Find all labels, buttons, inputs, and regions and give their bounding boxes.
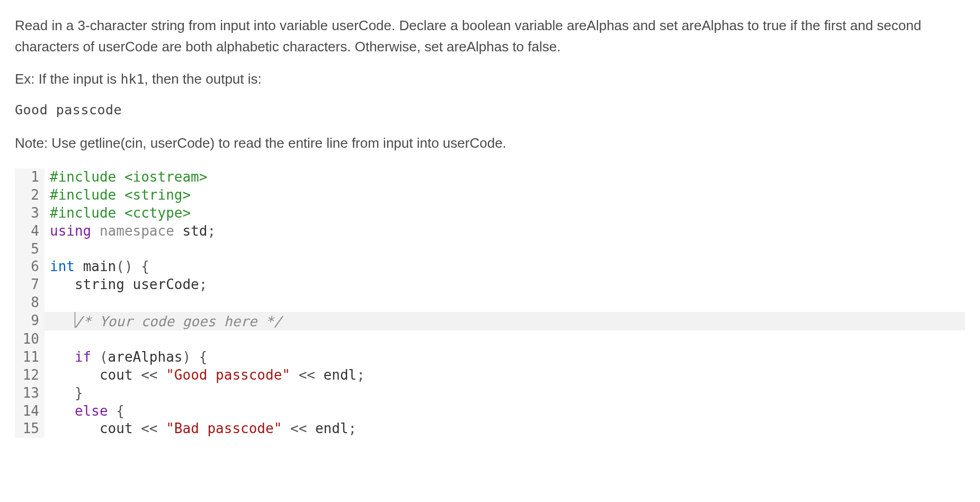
- instructions-note: Note: Use getline(cin, userCode) to read…: [15, 132, 965, 154]
- code-token: [50, 420, 100, 436]
- code-token: }: [75, 385, 83, 401]
- line-number: 6: [15, 258, 44, 276]
- code-text[interactable]: cout << "Bad passcode" << endl;: [44, 420, 965, 438]
- code-token: endl: [324, 367, 357, 383]
- code-token: cout: [100, 367, 133, 383]
- code-token: #include: [50, 205, 124, 221]
- code-token: [50, 403, 75, 419]
- code-token: ;: [199, 276, 208, 292]
- instructions-para1: Read in a 3-character string from input …: [15, 15, 965, 58]
- code-token: <iostream>: [124, 169, 208, 185]
- code-token: ;: [207, 223, 216, 239]
- code-token: [50, 349, 75, 365]
- code-text[interactable]: string userCode;: [44, 276, 965, 294]
- code-token: main: [83, 258, 117, 274]
- code-editor[interactable]: 1#include <iostream>2#include <string>3#…: [15, 168, 965, 438]
- code-token: <<: [282, 420, 315, 436]
- line-number: 7: [15, 276, 44, 294]
- code-token: namespace: [100, 223, 183, 239]
- code-token: <<: [133, 420, 166, 436]
- code-token: () {: [116, 258, 149, 274]
- code-token: using: [50, 223, 100, 239]
- code-text[interactable]: else {: [44, 402, 965, 420]
- code-token: [50, 276, 75, 292]
- code-token: [50, 313, 75, 329]
- code-token: <<: [290, 367, 324, 383]
- code-text[interactable]: cout << "Good passcode" << endl;: [44, 366, 965, 384]
- code-line[interactable]: 3#include <cctype>: [15, 204, 965, 222]
- code-token: <<: [133, 367, 166, 383]
- line-number: 10: [15, 330, 44, 348]
- code-text[interactable]: }: [44, 384, 965, 402]
- code-token: endl: [315, 420, 349, 436]
- example-suffix: , then the output is:: [145, 71, 262, 87]
- code-token: ) {: [182, 349, 207, 365]
- code-line[interactable]: 4using namespace std;: [15, 222, 965, 240]
- code-text[interactable]: if (areAlphas) {: [44, 348, 965, 366]
- code-line[interactable]: 2#include <string>: [15, 186, 965, 204]
- code-text[interactable]: /* Your code goes here */: [44, 312, 965, 331]
- line-number: 13: [15, 384, 44, 402]
- code-token: ;: [349, 420, 357, 436]
- line-number: 14: [15, 402, 44, 420]
- code-token: "Bad passcode": [166, 420, 282, 436]
- code-line[interactable]: 1#include <iostream>: [15, 168, 965, 186]
- code-text[interactable]: [44, 330, 965, 348]
- line-number: 4: [15, 222, 44, 240]
- line-number: 1: [15, 168, 44, 186]
- code-text[interactable]: [44, 294, 965, 312]
- line-number: 11: [15, 348, 44, 366]
- code-token: <cctype>: [124, 205, 191, 221]
- code-text[interactable]: using namespace std;: [44, 222, 965, 240]
- problem-instructions: Read in a 3-character string from input …: [15, 15, 965, 154]
- expected-output: Good passcode: [15, 100, 965, 121]
- line-number: 2: [15, 186, 44, 204]
- code-token: #include: [50, 187, 124, 203]
- code-token: #include: [50, 169, 124, 185]
- code-token: /* Your code goes here */: [75, 313, 282, 329]
- code-line[interactable]: 7 string userCode;: [15, 276, 965, 294]
- code-line[interactable]: 13 }: [15, 384, 965, 402]
- code-line[interactable]: 5: [15, 240, 965, 258]
- line-number: 3: [15, 204, 44, 222]
- code-token: if: [75, 349, 100, 365]
- code-token: "Good passcode": [166, 367, 290, 383]
- code-text[interactable]: int main() {: [44, 258, 965, 276]
- code-token: (: [100, 349, 108, 365]
- line-number: 8: [15, 294, 44, 312]
- code-token: [50, 385, 75, 401]
- line-number: 5: [15, 240, 44, 258]
- code-token: ;: [357, 367, 365, 383]
- code-token: cout: [100, 420, 133, 436]
- code-token: <string>: [124, 187, 191, 203]
- line-number: 12: [15, 366, 44, 384]
- code-token: else: [75, 403, 116, 419]
- code-token: int: [50, 258, 83, 274]
- code-token: [50, 367, 100, 383]
- code-line[interactable]: 9 /* Your code goes here */: [15, 312, 965, 331]
- code-line[interactable]: 10: [15, 330, 965, 348]
- instructions-example: Ex: If the input is hk1, then the output…: [15, 68, 965, 90]
- code-line[interactable]: 8: [15, 294, 965, 312]
- code-editor-body[interactable]: 1#include <iostream>2#include <string>3#…: [15, 168, 965, 438]
- code-text[interactable]: #include <string>: [44, 186, 965, 204]
- code-token: string: [75, 276, 124, 292]
- line-number: 9: [15, 312, 44, 331]
- code-token: userCode: [124, 276, 199, 292]
- line-number: 15: [15, 420, 44, 438]
- example-prefix: Ex: If the input is: [15, 71, 120, 87]
- code-line[interactable]: 15 cout << "Bad passcode" << endl;: [15, 420, 965, 438]
- example-input: hk1: [120, 71, 144, 87]
- code-text[interactable]: [44, 240, 965, 258]
- code-token: areAlphas: [108, 349, 183, 365]
- code-token: std: [182, 223, 207, 239]
- code-text[interactable]: #include <cctype>: [44, 204, 965, 222]
- code-line[interactable]: 12 cout << "Good passcode" << endl;: [15, 366, 965, 384]
- code-line[interactable]: 6int main() {: [15, 258, 965, 276]
- code-text[interactable]: #include <iostream>: [44, 168, 965, 186]
- code-token: {: [116, 403, 124, 419]
- code-line[interactable]: 14 else {: [15, 402, 965, 420]
- code-line[interactable]: 11 if (areAlphas) {: [15, 348, 965, 366]
